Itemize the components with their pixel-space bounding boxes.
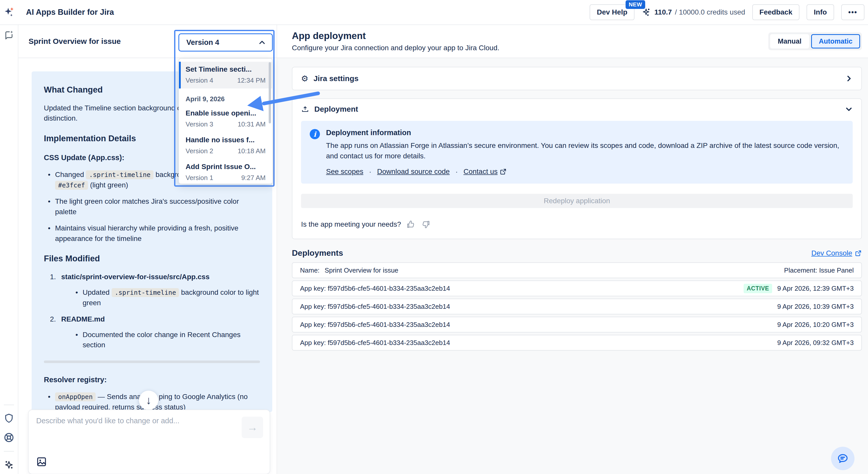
- row-app-key: App key: f597d5b6-cfe5-4601-b334-235aa3c…: [300, 303, 450, 310]
- table-row[interactable]: App key: f597d5b6-cfe5-4601-b334-235aa3c…: [292, 335, 862, 351]
- top-bar-actions: Dev Help NEW 110.7 / 10000.0 credits use…: [590, 4, 868, 20]
- dropdown-version-item[interactable]: Handle no issues f...Version 210:18 AM: [179, 132, 272, 159]
- new-chat-icon[interactable]: [4, 30, 14, 40]
- thumbs-up-icon[interactable]: [405, 219, 416, 230]
- row-left: App key: f597d5b6-cfe5-4601-b334-235aa3c…: [300, 285, 450, 292]
- left-icon-rail: [0, 25, 18, 474]
- dropdown-version-item[interactable]: Set Timeline secti...Version 412:34 PM: [179, 62, 272, 88]
- row-name-label: Name:: [300, 266, 320, 274]
- deployment-header: App deployment Configure your Jira conne…: [277, 25, 868, 58]
- version-item-subrow: Version 19:27 AM: [186, 174, 266, 182]
- app-title: AI Apps Builder for Jira: [26, 8, 114, 17]
- info-links: See scopes · Download source code · Cont…: [326, 167, 844, 176]
- version-item-title: Enable issue openi...: [186, 109, 266, 117]
- deployment-label: Deployment: [314, 105, 358, 114]
- inline-code: .sprint-timeline: [86, 170, 153, 179]
- send-arrow-icon: →: [247, 421, 258, 433]
- dropdown-version-item[interactable]: Add Sprint Issue O...Version 19:27 AM: [179, 159, 272, 184]
- new-badge: NEW: [626, 0, 645, 9]
- support-chat-button[interactable]: [831, 447, 855, 470]
- redeploy-application-button[interactable]: Redeploy application: [301, 194, 853, 208]
- download-source-link[interactable]: Download source code: [377, 168, 450, 176]
- version-item-time: 12:34 PM: [237, 77, 266, 84]
- doc-file-name: README.md: [61, 315, 105, 323]
- dropdown-date-header: April 9, 2026: [179, 88, 272, 106]
- row-right: 9 Apr 2026, 09:32 GMT+3: [777, 339, 854, 347]
- doc-numbered-list: static/sprint-overview-for-issue/src/App…: [50, 272, 260, 350]
- app-root: AI Apps Builder for Jira Dev Help NEW 11…: [0, 0, 868, 474]
- external-link-icon: [500, 168, 507, 175]
- more-menu-button[interactable]: •••: [841, 4, 864, 20]
- arrow-down-icon: ↓: [146, 394, 151, 407]
- app-name-title: Sprint Overview for issue: [29, 37, 121, 46]
- version-item-subrow: Version 310:31 AM: [186, 120, 266, 128]
- version-item-version: Version 2: [186, 147, 213, 155]
- see-scopes-link[interactable]: See scopes: [326, 168, 363, 176]
- doc-heading: Resolver registry:: [44, 374, 260, 385]
- row-right: 9 Apr 2026, 10:39 GMT+3: [777, 303, 854, 310]
- page-title: App deployment: [292, 31, 499, 41]
- chat-composer: →: [29, 410, 270, 474]
- chat-bubble-icon: [837, 452, 849, 464]
- chat-input[interactable]: [36, 417, 237, 451]
- doc-bullet-item: Updated .sprint-timeline background colo…: [73, 287, 260, 308]
- doc-numbered-item: README.mdDocumented the color change in …: [50, 314, 260, 350]
- version-item-version: Version 1: [186, 174, 213, 182]
- version-select[interactable]: Version 4: [179, 33, 273, 52]
- table-row[interactable]: Name:Sprint Overview for issuePlacement:…: [292, 262, 862, 278]
- deployments-heading-row: Deployments Dev Console: [292, 248, 862, 258]
- deployment-section-row[interactable]: Deployment: [292, 99, 861, 119]
- privacy-shield-icon[interactable]: [3, 413, 14, 424]
- top-bar: AI Apps Builder for Jira Dev Help NEW 11…: [0, 0, 868, 25]
- version-item-subrow: Version 210:18 AM: [186, 147, 266, 155]
- jira-settings-row[interactable]: ⚙ Jira settings: [292, 67, 861, 90]
- row-placement: Placement: Issue Panel: [784, 266, 854, 274]
- feedback-button[interactable]: Feedback: [752, 4, 799, 20]
- automatic-toggle-button[interactable]: Automatic: [811, 34, 860, 49]
- dropdown-scrollbar[interactable]: [269, 62, 271, 123]
- send-button[interactable]: →: [242, 417, 263, 438]
- doc-bullet-item: The light green color matches Jira's suc…: [46, 196, 260, 217]
- row-date: 9 Apr 2026, 10:39 GMT+3: [777, 303, 854, 310]
- rail-divider: [4, 451, 14, 451]
- deployment-info-box: i Deployment information The app runs on…: [301, 121, 853, 184]
- row-left: App key: f597d5b6-cfe5-4601-b334-235aa3c…: [300, 339, 450, 347]
- deployments-table: Name:Sprint Overview for issuePlacement:…: [292, 262, 862, 351]
- version-item-time: 10:18 AM: [238, 147, 266, 155]
- dropdown-version-item[interactable]: Enable issue openi...Version 310:31 AM: [179, 106, 272, 132]
- sparkles-icon[interactable]: [3, 459, 14, 470]
- version-item-version: Version 4: [186, 77, 213, 84]
- inline-code: onAppOpen: [55, 392, 96, 401]
- row-date: 9 Apr 2026, 10:20 GMT+3: [777, 321, 854, 329]
- version-item-subrow: Version 412:34 PM: [186, 77, 266, 84]
- jira-settings-label: Jira settings: [314, 74, 359, 83]
- row-left: App key: f597d5b6-cfe5-4601-b334-235aa3c…: [300, 303, 450, 310]
- scroll-to-bottom-button[interactable]: ↓: [139, 391, 158, 410]
- table-row[interactable]: App key: f597d5b6-cfe5-4601-b334-235aa3c…: [292, 280, 862, 296]
- row-left: Name:Sprint Overview for issue: [300, 266, 398, 274]
- table-row[interactable]: App key: f597d5b6-cfe5-4601-b334-235aa3c…: [292, 299, 862, 315]
- help-lifebuoy-icon[interactable]: [3, 432, 15, 443]
- inline-code: .sprint-timeline: [112, 288, 179, 297]
- deployment-card: Deployment i Deployment information The …: [292, 98, 862, 239]
- doc-divider: [44, 360, 260, 363]
- chevron-down-icon: [845, 105, 853, 113]
- contact-us-link[interactable]: Contact us: [463, 168, 498, 176]
- version-item-title: Add Sprint Issue O...: [186, 163, 266, 171]
- page-subtitle: Configure your Jira connection and deplo…: [292, 44, 499, 52]
- gear-icon: ⚙: [301, 75, 308, 83]
- attach-image-icon[interactable]: [36, 456, 48, 468]
- row-app-key: App key: f597d5b6-cfe5-4601-b334-235aa3c…: [300, 285, 450, 292]
- manual-toggle-button[interactable]: Manual: [770, 34, 809, 49]
- row-app-key: App key: f597d5b6-cfe5-4601-b334-235aa3c…: [300, 321, 450, 329]
- deploy-mode-toggle: Manual Automatic: [768, 32, 862, 50]
- version-item-time: 9:27 AM: [241, 174, 266, 182]
- chevron-right-icon: [845, 75, 853, 82]
- table-row[interactable]: App key: f597d5b6-cfe5-4601-b334-235aa3c…: [292, 317, 862, 332]
- app-logo-sparkle-icon: [0, 6, 18, 18]
- info-button[interactable]: Info: [807, 4, 834, 20]
- doc-bullet-list: Updated .sprint-timeline background colo…: [73, 287, 260, 308]
- thumbs-down-icon[interactable]: [421, 219, 432, 230]
- dev-console-link[interactable]: Dev Console: [811, 249, 852, 257]
- deploy-icon: [301, 105, 309, 113]
